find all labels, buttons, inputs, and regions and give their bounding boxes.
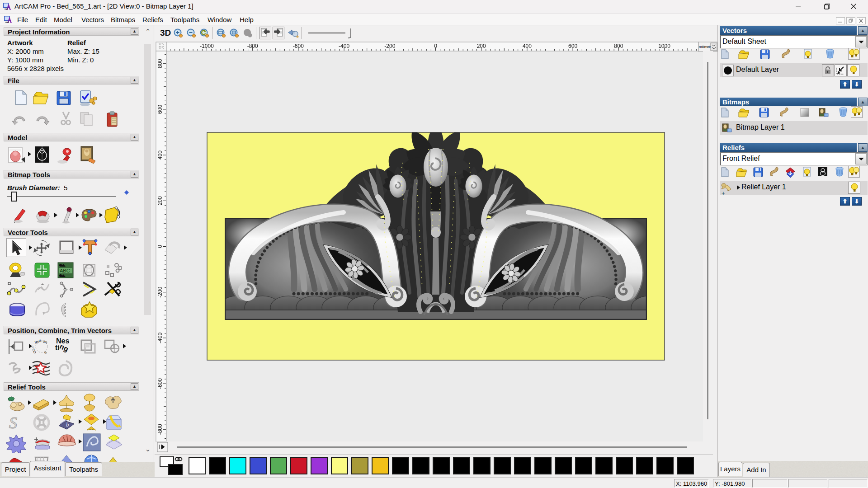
svg-text:on: on xyxy=(42,339,48,345)
svg-text:0: 0 xyxy=(434,43,437,49)
svg-text:b: b xyxy=(66,421,69,428)
svg-text:-400: -400 xyxy=(157,333,163,343)
svg-text:200: 200 xyxy=(157,196,163,205)
svg-text:600: 600 xyxy=(157,105,163,114)
svg-text:-200: -200 xyxy=(157,286,163,297)
svg-text:400: 400 xyxy=(523,43,532,49)
svg-text:1000: 1000 xyxy=(658,43,670,49)
svg-text:800: 800 xyxy=(614,43,623,49)
svg-text:0: 0 xyxy=(157,245,163,248)
svg-text:800: 800 xyxy=(157,59,163,68)
svg-text:-400: -400 xyxy=(339,43,349,49)
svg-text:ABC: ABC xyxy=(60,268,70,273)
svg-text:a: a xyxy=(43,351,48,355)
svg-text:text: text xyxy=(34,338,42,345)
svg-text:-800: -800 xyxy=(157,424,163,435)
svg-text:S: S xyxy=(9,414,17,432)
svg-text:200: 200 xyxy=(477,43,486,49)
svg-text:-600: -600 xyxy=(157,378,163,389)
svg-text:-800: -800 xyxy=(247,43,258,49)
svg-text:400: 400 xyxy=(157,150,163,160)
svg-text:curve: curve xyxy=(33,343,37,354)
svg-text:-200: -200 xyxy=(384,43,395,49)
svg-text:-1000: -1000 xyxy=(200,43,214,49)
svg-text:-600: -600 xyxy=(293,43,304,49)
svg-text:600: 600 xyxy=(568,43,577,49)
